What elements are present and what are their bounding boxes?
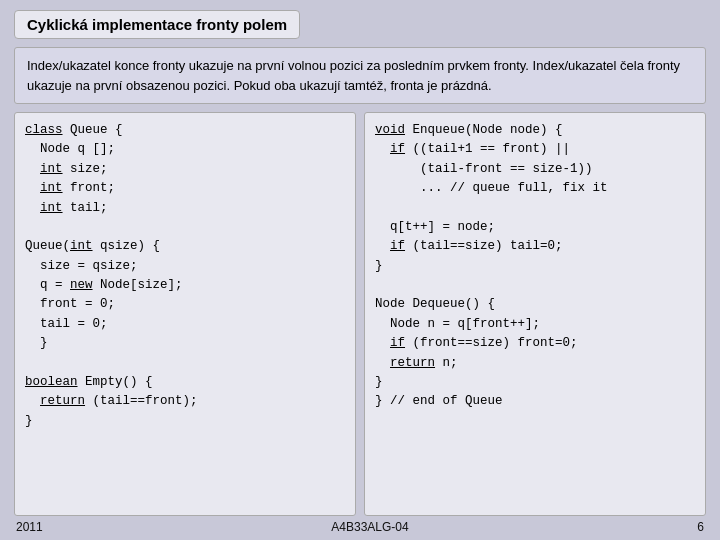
- keyword-int-2: int: [40, 181, 63, 195]
- keyword-if-2: if: [390, 239, 405, 253]
- slide: Cyklická implementace fronty polem Index…: [0, 0, 720, 540]
- keyword-return-1: return: [40, 394, 85, 408]
- keyword-class: class: [25, 123, 63, 137]
- description-text: Index/ukazatel konce fronty ukazuje na p…: [27, 58, 680, 93]
- keyword-new: new: [70, 278, 93, 292]
- keyword-int-3: int: [40, 201, 63, 215]
- keyword-return-2: return: [390, 356, 435, 370]
- slide-description: Index/ukazatel konce fronty ukazuje na p…: [14, 47, 706, 104]
- code-area: class Queue { Node q []; int size; int f…: [14, 112, 706, 516]
- keyword-void: void: [375, 123, 405, 137]
- footer-code: A4B33ALG-04: [331, 520, 408, 534]
- keyword-boolean: boolean: [25, 375, 78, 389]
- footer-page: 6: [697, 520, 704, 534]
- keyword-int-4: int: [70, 239, 93, 253]
- keyword-if-3: if: [390, 336, 405, 350]
- code-left: class Queue { Node q []; int size; int f…: [14, 112, 356, 516]
- keyword-int-1: int: [40, 162, 63, 176]
- footer-year: 2011: [16, 520, 43, 534]
- slide-title: Cyklická implementace fronty polem: [14, 10, 300, 39]
- keyword-if-1: if: [390, 142, 405, 156]
- code-right: void Enqueue(Node node) { if ((tail+1 ==…: [364, 112, 706, 516]
- footer: 2011 A4B33ALG-04 6: [14, 516, 706, 534]
